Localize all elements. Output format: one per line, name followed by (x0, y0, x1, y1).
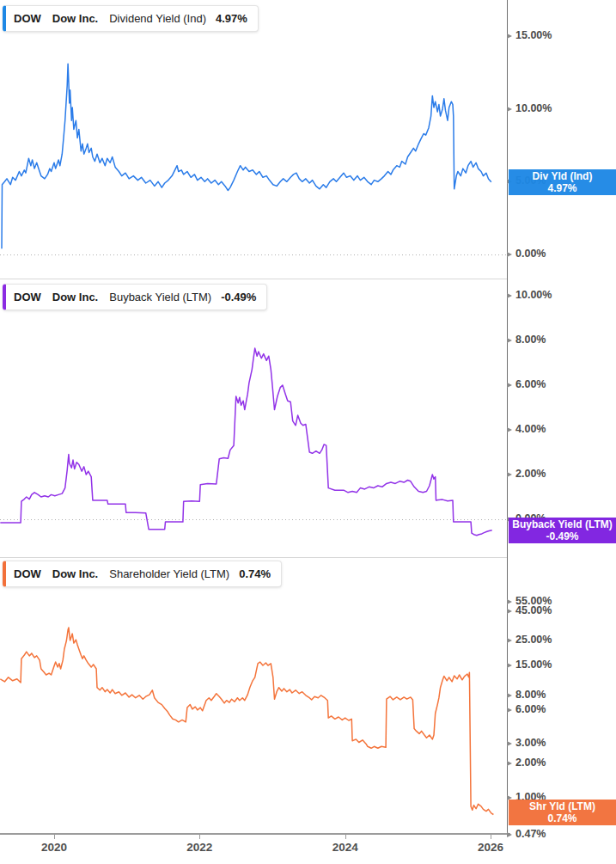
y-tick-label: 6.00% (515, 378, 546, 390)
x-axis-line (0, 833, 510, 835)
panel-divider (0, 557, 508, 558)
company-name: Dow Inc. (52, 12, 98, 25)
y-tick-label: 10.00% (515, 289, 552, 301)
y-tick-label: 15.00% (515, 29, 552, 41)
y-tick-label: 2.00% (515, 757, 546, 769)
last-value-badge-dividend-yield: Div Yld (Ind) 4.97% (509, 169, 616, 195)
y-tick-label: 2.00% (515, 468, 546, 480)
y-tick-label: 0.00% (515, 248, 546, 260)
metric-name: Buyback Yield (LTM) (109, 291, 211, 303)
y-tick-mark (507, 693, 512, 698)
x-tick-mark (199, 835, 200, 839)
badge-metric-value: -0.49% (509, 530, 616, 542)
y-tick-mark (507, 741, 512, 746)
company-name: Dow Inc. (52, 567, 98, 580)
y-tick-mark (507, 663, 512, 668)
y-tick-label: 3.00% (515, 737, 546, 749)
series-line (0, 348, 491, 536)
metric-name: Dividend Yield (Ind) (109, 12, 206, 25)
ticker-symbol: DOW (14, 291, 41, 303)
y-tick-label: 4.00% (515, 423, 546, 435)
y-tick-mark (507, 34, 512, 39)
chart-workspace: DOW Dow Inc. Dividend Yield (Ind) 4.97% … (0, 0, 616, 864)
badge-metric-value: 0.74% (509, 812, 616, 824)
y-tick-mark (507, 599, 512, 604)
ticker-symbol: DOW (14, 567, 41, 580)
y-tick-mark (507, 427, 512, 432)
x-tick-mark (491, 835, 491, 839)
badge-metric-value: 4.97% (509, 182, 616, 194)
series-line (0, 628, 493, 815)
badge-metric-label: Buyback Yield (LTM) (509, 518, 616, 530)
y-tick-mark (507, 638, 512, 643)
y-tick-mark (507, 252, 512, 257)
shareholder-yield-chart[interactable] (0, 557, 507, 834)
badge-metric-label: Div Yld (Ind) (509, 170, 616, 182)
x-tick-label: 2026 (478, 841, 503, 854)
company-name: Dow Inc. (52, 291, 98, 303)
metric-value: -0.49% (221, 291, 256, 303)
badge-metric-label: Shr Yld (LTM) (509, 800, 616, 812)
legend-dividend-yield[interactable]: DOW Dow Inc. Dividend Yield (Ind) 4.97% (3, 5, 259, 32)
x-tick-label: 2020 (41, 841, 67, 854)
y-tick-mark (507, 472, 512, 477)
y-tick-mark (507, 761, 512, 766)
dividend-yield-chart[interactable] (0, 0, 507, 279)
y-tick-mark (507, 293, 512, 298)
y-tick-label: 25.00% (515, 634, 552, 646)
y-tick-label: 10.00% (515, 102, 552, 114)
ticker-symbol: DOW (14, 12, 41, 25)
y-tick-mark (507, 107, 512, 112)
y-tick-label: 0.47% (515, 828, 546, 840)
legend-shareholder-yield[interactable]: DOW Dow Inc. Shareholder Yield (LTM) 0.7… (3, 561, 282, 587)
panel-divider (0, 279, 508, 279)
metric-value: 4.97% (216, 12, 247, 25)
y-tick-mark (507, 609, 512, 614)
buyback-yield-chart[interactable] (0, 279, 507, 557)
last-value-badge-shareholder-yield: Shr Yld (LTM) 0.74% (509, 800, 616, 825)
metric-value: 0.74% (239, 567, 271, 580)
y-tick-mark (507, 338, 512, 343)
last-value-badge-buyback-yield: Buyback Yield (LTM) -0.49% (509, 518, 616, 543)
y-tick-label: 8.00% (515, 689, 546, 701)
y-tick-label: 45.00% (515, 604, 552, 616)
x-tick-mark (54, 835, 55, 839)
x-tick-label: 2024 (332, 841, 358, 854)
y-tick-mark (507, 383, 512, 388)
x-tick-mark (345, 835, 346, 839)
y-tick-label: 8.00% (515, 334, 546, 346)
x-tick-label: 2022 (186, 841, 212, 854)
y-tick-label: 6.00% (515, 703, 546, 715)
legend-buyback-yield[interactable]: DOW Dow Inc. Buyback Yield (LTM) -0.49% (3, 284, 267, 310)
metric-name: Shareholder Yield (LTM) (109, 567, 229, 580)
y-tick-mark (507, 832, 512, 837)
y-tick-mark (507, 708, 512, 713)
series-line (2, 64, 491, 248)
y-tick-label: 15.00% (515, 659, 552, 671)
